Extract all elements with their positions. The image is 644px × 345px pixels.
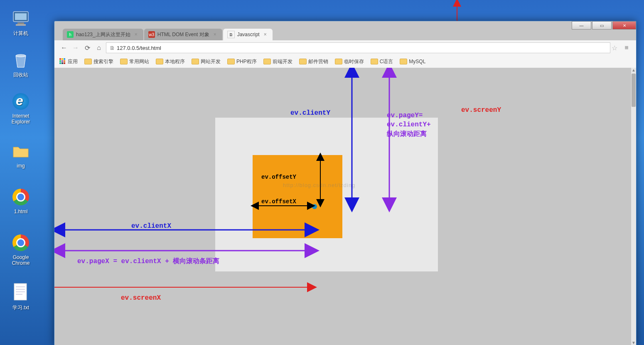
text-file-icon: [11, 283, 31, 303]
bookmark-folder[interactable]: MySQL: [400, 59, 425, 64]
bookmark-folder[interactable]: 邮件营销: [299, 58, 328, 65]
bookmark-folder[interactable]: 本地程序: [156, 58, 185, 65]
folder-icon: [120, 59, 128, 64]
svg-rect-2: [17, 22, 24, 24]
desktop-icon-label: 回收站: [13, 72, 28, 78]
url-bar[interactable]: 🗎127.0.0.5/test.html: [106, 42, 610, 53]
desktop-icon-ie[interactable]: Internet Explorer: [4, 91, 37, 125]
label-clientx: ev.clientX: [131, 222, 171, 230]
folder-icon: [263, 59, 271, 64]
chrome-icon: [11, 233, 31, 253]
folder-icon: [156, 59, 163, 64]
watermark-text: http://blog.csdn.net/lzding: [283, 182, 355, 188]
desktop: 计算机 回收站 Internet Explorer img 1.html Goo…: [0, 0, 644, 345]
svg-rect-1: [15, 13, 27, 20]
tab-javascript[interactable]: 🗎Javascript×: [223, 29, 273, 40]
bookmark-label: 常用网站: [129, 58, 149, 65]
bookmark-label: PHP程序: [236, 58, 257, 65]
bookmark-folder[interactable]: 常用网站: [120, 58, 149, 65]
tab-label: Javascript: [237, 32, 260, 37]
tab-close-icon[interactable]: ×: [135, 32, 138, 37]
label-clienty: ev.clientY: [290, 109, 330, 117]
page-icon: 🗎: [110, 45, 115, 51]
back-button[interactable]: ←: [59, 43, 69, 52]
bookmark-folder[interactable]: 搜索引擎: [84, 58, 113, 65]
bookmark-label: 本地程序: [165, 58, 185, 65]
scroll-up-icon[interactable]: ▲: [631, 68, 636, 73]
scrollbar[interactable]: ▲ ▼: [631, 68, 636, 345]
forward-button[interactable]: →: [71, 43, 80, 52]
page-viewport: http://blog.csdn.net/lzding ev.clientY e…: [54, 68, 631, 345]
scroll-thumb[interactable]: [632, 74, 636, 107]
maximize-button[interactable]: ▭: [592, 21, 612, 30]
favicon-hao-icon: h: [67, 31, 74, 38]
ie-icon: [11, 91, 31, 111]
tab-strip: hhao123_上网从这里开始× w3HTML DOM Event 对象× 🗎J…: [63, 27, 273, 40]
desktop-icon-label: Internet Explorer: [12, 113, 30, 125]
desktop-icon-recycle[interactable]: 回收站: [4, 50, 37, 79]
window-controls: — ▭ ✕: [571, 21, 636, 29]
minimize-button[interactable]: —: [572, 21, 591, 30]
desktop-icon-label: 学习.txt: [12, 305, 29, 310]
label-pagex: ev.pageX = ev.clientX + 横向滚动条距离: [77, 257, 219, 266]
scroll-down-icon[interactable]: ▼: [631, 340, 636, 345]
label-pagey: ev.pageY= ev.clientY+ 纵向滚动距离: [387, 111, 431, 139]
folder-icon: [335, 59, 342, 64]
tab-hao123[interactable]: hhao123_上网从这里开始×: [63, 29, 143, 40]
label-screeny: ev.screenY: [461, 106, 501, 114]
desktop-icon-chrome[interactable]: Google Chrome: [4, 233, 37, 266]
desktop-icon-html[interactable]: 1.html: [4, 187, 37, 214]
folder-icon: [400, 59, 407, 64]
bookmark-label: 邮件营销: [308, 58, 328, 65]
menu-button[interactable]: ≡: [622, 44, 631, 52]
desktop-icon-label: 计算机: [13, 30, 28, 36]
bookmark-star-icon[interactable]: ☆: [610, 44, 619, 52]
desktop-icon-label: Google Chrome: [12, 254, 30, 266]
folder-icon: [227, 59, 235, 64]
inner-target-box: [253, 155, 342, 238]
bookmark-folder[interactable]: 前端开发: [263, 58, 293, 65]
computer-icon: [11, 8, 31, 28]
reload-button[interactable]: ⟳: [83, 43, 92, 52]
bookmark-label: 搜索引擎: [93, 58, 113, 65]
tab-close-icon[interactable]: ×: [214, 32, 216, 37]
bookmark-folder[interactable]: C语言: [371, 58, 393, 65]
bookmark-label: 网站开发: [201, 58, 221, 65]
desktop-icon-folder[interactable]: img: [4, 141, 37, 169]
folder-icon: [371, 59, 378, 64]
bookmark-folder[interactable]: 临时保存: [335, 58, 364, 65]
desktop-icon-label: img: [17, 163, 25, 169]
apps-icon: [59, 58, 66, 65]
folder-icon: [192, 59, 199, 64]
tab-close-icon[interactable]: ×: [264, 32, 267, 37]
svg-point-4: [16, 54, 26, 57]
desktop-icon-computer[interactable]: 计算机: [4, 8, 37, 37]
folder-icon: [84, 59, 92, 64]
event-point: [312, 204, 317, 209]
browser-window: — ▭ ✕ hhao123_上网从这里开始× w3HTML DOM Event …: [54, 21, 637, 345]
folder-icon: [299, 59, 307, 64]
tab-label: hao123_上网从这里开始: [76, 31, 130, 38]
bookmark-folder[interactable]: 网站开发: [192, 58, 221, 65]
label-offsety: ev.offsetY: [261, 174, 296, 180]
bookmark-label: 临时保存: [344, 58, 364, 65]
home-button[interactable]: ⌂: [94, 43, 103, 52]
desktop-icon-txt[interactable]: 学习.txt: [4, 283, 37, 311]
label-offsetx: ev.offsetX: [261, 198, 296, 205]
omnibar: ← → ⟳ ⌂ 🗎127.0.0.5/test.html ☆ ≡: [54, 40, 636, 56]
tab-label: HTML DOM Event 对象: [157, 31, 209, 38]
favicon-page-icon: 🗎: [227, 31, 235, 38]
bookmark-folder[interactable]: PHP程序: [227, 58, 257, 65]
desktop-icon-label: 1.html: [14, 209, 28, 214]
svg-rect-3: [16, 24, 26, 26]
recycle-bin-icon: [11, 50, 31, 70]
tab-dom-event[interactable]: w3HTML DOM Event 对象×: [144, 29, 222, 40]
url-text: 127.0.0.5/test.html: [117, 45, 161, 51]
bookmark-label: 应用: [68, 58, 78, 65]
bookmarks-bar: 应用 搜索引擎 常用网站 本地程序 网站开发 PHP程序 前端开发 邮件营销 临…: [54, 55, 636, 68]
close-button[interactable]: ✕: [612, 21, 636, 30]
chrome-icon: [11, 187, 31, 207]
folder-icon: [11, 141, 31, 161]
apps-button[interactable]: 应用: [59, 58, 78, 65]
bookmark-label: 前端开发: [273, 58, 293, 65]
